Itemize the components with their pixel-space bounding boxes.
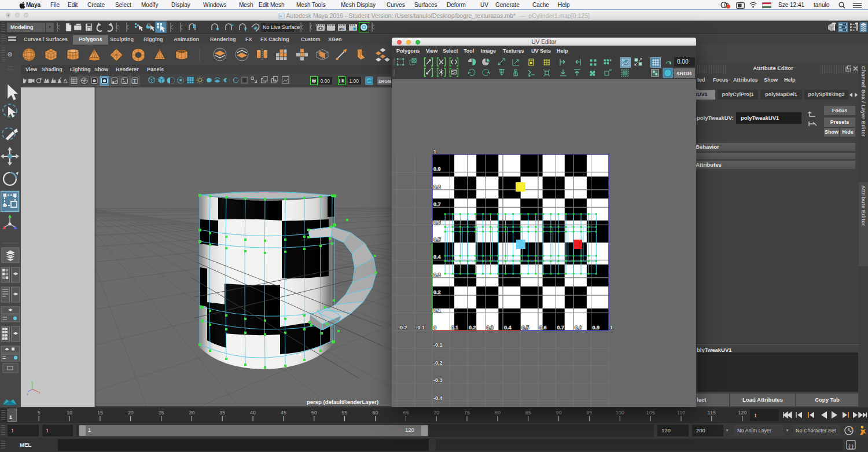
- svg-text:35: 35: [219, 410, 225, 416]
- svg-text:y: y: [31, 380, 33, 383]
- svg-text:0.3: 0.3: [433, 272, 441, 278]
- svg-text:25: 25: [159, 410, 164, 416]
- svg-text:1: 1: [610, 325, 613, 330]
- svg-text:95: 95: [586, 410, 592, 416]
- svg-text:0.9: 0.9: [433, 166, 441, 172]
- svg-text:65: 65: [403, 410, 409, 416]
- svg-text:0.1: 0.1: [433, 307, 441, 313]
- svg-text:55: 55: [342, 410, 348, 416]
- svg-text:0.4: 0.4: [504, 325, 512, 330]
- svg-text:0.00: 0.00: [321, 78, 330, 84]
- svg-text:T: T: [133, 78, 137, 84]
- svg-text:85: 85: [525, 410, 531, 416]
- svg-text:70: 70: [433, 410, 439, 416]
- svg-text:0.7: 0.7: [557, 325, 565, 330]
- svg-text:0.8: 0.8: [433, 184, 441, 190]
- svg-text:0.4: 0.4: [433, 254, 441, 260]
- svg-text:-0.1: -0.1: [416, 325, 425, 330]
- svg-text:30: 30: [189, 410, 194, 416]
- svg-text:-0.2: -0.2: [398, 325, 407, 330]
- svg-text:110: 110: [677, 410, 685, 416]
- svg-text:115: 115: [708, 410, 716, 416]
- svg-text:120: 120: [738, 410, 746, 416]
- svg-text:50: 50: [311, 410, 317, 416]
- svg-text:IPR: IPR: [339, 27, 344, 31]
- svg-text:80: 80: [495, 410, 501, 416]
- svg-text:5: 5: [38, 410, 41, 416]
- svg-text:{·}: {·}: [848, 443, 854, 449]
- svg-text:0.9: 0.9: [593, 325, 600, 330]
- svg-text:45: 45: [281, 410, 286, 416]
- svg-text:15: 15: [97, 410, 103, 416]
- svg-text:105: 105: [646, 410, 655, 416]
- svg-text:x: x: [39, 391, 41, 394]
- svg-text:10: 10: [67, 410, 72, 416]
- svg-text:75: 75: [464, 410, 470, 416]
- svg-text:1.00: 1.00: [350, 78, 359, 84]
- svg-text:0.2: 0.2: [433, 289, 441, 295]
- svg-text:20: 20: [128, 410, 134, 416]
- svg-text:90: 90: [556, 410, 562, 416]
- svg-text:40: 40: [250, 410, 256, 416]
- svg-text:0.5: 0.5: [433, 237, 441, 242]
- svg-text:0: 0: [433, 325, 436, 330]
- svg-text:-0.4: -0.4: [433, 395, 443, 401]
- svg-text:0.1: 0.1: [451, 325, 459, 330]
- svg-text:0.7: 0.7: [433, 201, 441, 207]
- svg-text:60: 60: [372, 410, 378, 416]
- svg-text:z: z: [27, 392, 28, 396]
- svg-text:0.6: 0.6: [433, 219, 441, 225]
- svg-text:-0.2: -0.2: [433, 360, 443, 366]
- svg-text:0.5: 0.5: [522, 325, 529, 330]
- svg-text:sRG: sRG: [367, 79, 372, 82]
- svg-text:-0.3: -0.3: [433, 377, 443, 383]
- svg-text:0.3: 0.3: [487, 325, 494, 330]
- svg-text:0.8: 0.8: [575, 325, 582, 330]
- svg-text:-0.1: -0.1: [433, 342, 443, 348]
- svg-text:m: m: [279, 14, 282, 18]
- svg-text:No Live Surface: No Live Surface: [263, 24, 300, 30]
- svg-text:persp (defaultRenderLayer): persp (defaultRenderLayer): [307, 399, 378, 405]
- svg-text:1: 1: [433, 149, 436, 155]
- svg-text:sRGB: sRGB: [378, 79, 391, 84]
- svg-text:0.2: 0.2: [469, 325, 476, 330]
- svg-text:100: 100: [616, 410, 624, 416]
- svg-text:0.6: 0.6: [539, 325, 547, 330]
